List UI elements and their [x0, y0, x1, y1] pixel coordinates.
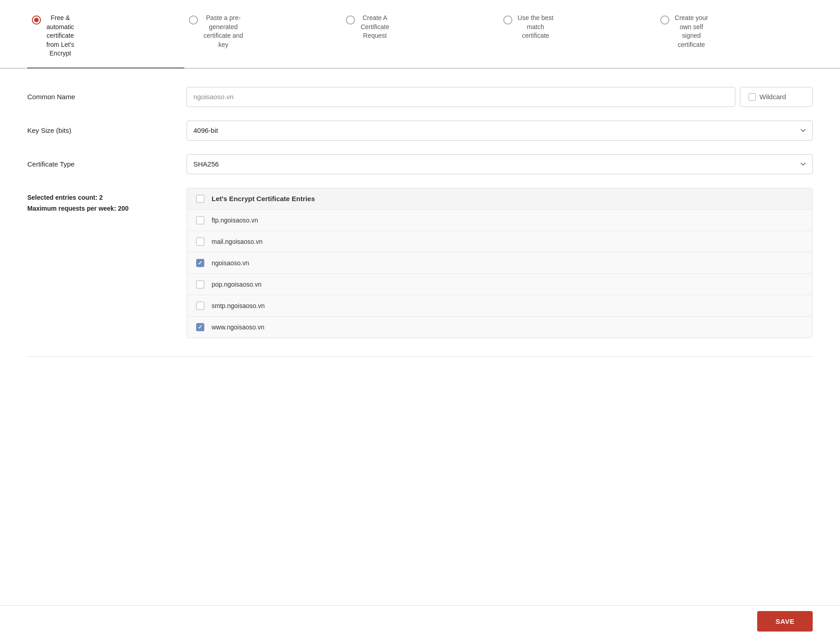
common-name-control: Wildcard — [187, 87, 813, 107]
entry-checkbox-pop[interactable] — [196, 280, 204, 288]
common-name-row: Common Name Wildcard — [27, 87, 813, 107]
entry-label-ngoisaoso: ngoisaoso.vn — [212, 259, 249, 267]
bottom-bar: SAVE — [0, 605, 840, 637]
tabs-row: Free & automatic certificate from Let's … — [0, 0, 840, 69]
table-row: ftp.ngoisaoso.vn — [187, 210, 812, 231]
common-name-label: Common Name — [27, 93, 173, 101]
radio-paste[interactable] — [189, 15, 198, 25]
tab-label-lets-encrypt: Free & automatic certificate from Let's … — [46, 14, 74, 58]
form-area: Common Name Wildcard Key Size (bits) 409… — [0, 69, 840, 356]
bottom-divider — [27, 356, 813, 357]
selected-info: Selected entries count: 2 Maximum reques… — [27, 192, 173, 214]
wildcard-box[interactable]: Wildcard — [740, 87, 813, 107]
radio-self-signed[interactable] — [660, 15, 669, 25]
entries-header-checkbox[interactable] — [196, 195, 204, 203]
cert-type-select[interactable]: SHA256 SHA384 SHA512 — [187, 154, 813, 174]
entry-checkbox-ftp[interactable] — [196, 216, 204, 224]
radio-lets-encrypt[interactable] — [32, 15, 41, 25]
wildcard-checkbox[interactable] — [749, 93, 756, 101]
tab-label-self-signed: Create your own self signed certificate — [675, 14, 708, 49]
page-container: Free & automatic certificate from Let's … — [0, 0, 840, 637]
radio-inner — [34, 18, 39, 22]
key-size-select[interactable]: 4096-bit 2048-bit 1024-bit — [187, 121, 813, 141]
entry-label-www: www.ngoisaoso.vn — [212, 324, 264, 331]
tab-paste-pre-generated[interactable]: Paste a pre- generated certificate and k… — [184, 9, 341, 58]
key-size-row: Key Size (bits) 4096-bit 2048-bit 1024-b… — [27, 121, 813, 141]
cert-type-row: Certificate Type SHA256 SHA384 SHA512 — [27, 154, 813, 174]
table-row: ✓ ngoisaoso.vn — [187, 253, 812, 274]
tab-best-match[interactable]: Use the best match certificate — [499, 9, 656, 50]
table-row: pop.ngoisaoso.vn — [187, 274, 812, 295]
table-row: smtp.ngoisaoso.vn — [187, 295, 812, 317]
tab-label-paste: Paste a pre- generated certificate and k… — [203, 14, 243, 49]
entries-right: Let's Encrypt Certificate Entries ftp.ng… — [187, 188, 813, 338]
entry-checkbox-mail[interactable] — [196, 238, 204, 246]
entry-label-ftp: ftp.ngoisaoso.vn — [212, 217, 258, 224]
max-requests-line: Maximum requests per week: 200 — [27, 203, 173, 214]
common-name-group: Wildcard — [187, 87, 813, 107]
cert-type-label: Certificate Type — [27, 160, 173, 168]
key-size-label: Key Size (bits) — [27, 126, 173, 134]
entries-header-label: Let's Encrypt Certificate Entries — [212, 195, 315, 202]
entry-checkbox-smtp[interactable] — [196, 302, 204, 310]
tab-create-csr[interactable]: Create A Certificate Request — [341, 9, 498, 50]
entry-label-smtp: smtp.ngoisaoso.vn — [212, 302, 265, 309]
cert-type-control: SHA256 SHA384 SHA512 — [187, 154, 813, 174]
selected-count-line: Selected entries count: 2 — [27, 192, 173, 203]
entry-label-mail: mail.ngoisaoso.vn — [212, 238, 263, 245]
tab-label-best-match: Use the best match certificate — [518, 14, 554, 40]
checkmark-ngoisaoso: ✓ — [198, 260, 202, 266]
checkmark-www: ✓ — [198, 324, 202, 330]
table-row: mail.ngoisaoso.vn — [187, 231, 812, 253]
entry-checkbox-ngoisaoso[interactable]: ✓ — [196, 259, 204, 267]
tab-lets-encrypt[interactable]: Free & automatic certificate from Let's … — [27, 9, 184, 69]
radio-csr[interactable] — [346, 15, 355, 25]
tab-self-signed[interactable]: Create your own self signed certificate — [656, 9, 813, 58]
radio-best-match[interactable] — [503, 15, 512, 25]
table-row: ✓ www.ngoisaoso.vn — [187, 317, 812, 338]
common-name-input[interactable] — [187, 87, 735, 107]
wildcard-label: Wildcard — [759, 93, 786, 101]
entries-header-row: Let's Encrypt Certificate Entries — [187, 188, 812, 210]
key-size-control: 4096-bit 2048-bit 1024-bit — [187, 121, 813, 141]
entries-left: Selected entries count: 2 Maximum reques… — [27, 188, 173, 214]
entry-checkbox-www[interactable]: ✓ — [196, 323, 204, 331]
entries-section: Selected entries count: 2 Maximum reques… — [27, 188, 813, 338]
tab-label-csr: Create A Certificate Request — [360, 14, 389, 40]
entry-label-pop: pop.ngoisaoso.vn — [212, 281, 262, 288]
save-button[interactable]: SAVE — [757, 611, 813, 632]
